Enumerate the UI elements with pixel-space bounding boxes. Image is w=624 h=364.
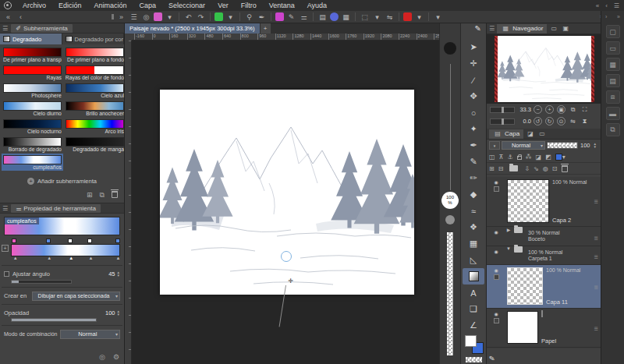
gradient-stop[interactable]: [115, 239, 120, 243]
add-subtool-button[interactable]: + Añadir subherramienta: [0, 175, 124, 186]
new-raster-layer-icon[interactable]: ⊞: [489, 165, 495, 172]
chevron-down-icon[interactable]: ▾: [372, 12, 382, 22]
gradient-item[interactable]: Rayas del color de fondo: [64, 64, 126, 81]
fit-window-button[interactable]: ⛶: [580, 105, 589, 114]
visibility-eye-icon[interactable]: ◉: [494, 179, 498, 185]
redo-icon[interactable]: ↷: [196, 12, 206, 22]
delete-subtool-icon[interactable]: [112, 191, 118, 198]
layer-opacity-value[interactable]: 100: [580, 142, 590, 149]
flip-horizontal-button[interactable]: ⇋: [569, 117, 577, 125]
gradient-item[interactable]: Degradado de manga: [64, 136, 126, 153]
layer-thumbnail[interactable]: [507, 267, 543, 305]
gradient-item[interactable]: Cielo azul: [64, 82, 126, 99]
angle-stepper[interactable]: ▲▼: [117, 271, 120, 277]
eyedropper-tool[interactable]: ✒: [461, 137, 486, 154]
zoom-slider[interactable]: [490, 107, 515, 113]
new-subtool-icon[interactable]: ⊞: [87, 191, 93, 200]
palette-color-dropdown[interactable]: ▾: [489, 141, 500, 150]
layer-row[interactable]: ◉▶30 % NormalBoceto☰: [487, 227, 601, 246]
panel-expand-icon[interactable]: »: [617, 14, 620, 19]
layer-thumbnail[interactable]: [507, 311, 538, 344]
eraser-tool[interactable]: ◆: [461, 186, 486, 203]
selection-icon[interactable]: ⬚: [360, 12, 370, 22]
gradient-item[interactable]: Rayas: [2, 64, 63, 81]
clip-studio-open-icon[interactable]: ◎: [141, 12, 151, 22]
chevron-down-icon[interactable]: ▾: [414, 12, 424, 22]
anchor-icon[interactable]: ⚓: [507, 154, 512, 161]
tab-animation-icon[interactable]: ▭: [537, 130, 547, 137]
gradient-item[interactable]: De primer plano a transp: [2, 46, 63, 63]
ruler-icon[interactable]: ◩: [545, 154, 551, 161]
fill-tool[interactable]: ❖: [461, 219, 486, 235]
folder-arrow-icon[interactable]: ▶: [505, 227, 512, 246]
layer-checkbox[interactable]: [494, 318, 499, 323]
zoom-in-button[interactable]: +: [545, 105, 554, 114]
scroll-left-icon[interactable]: ‹: [16, 12, 26, 22]
menu-ayuda[interactable]: Ayuda: [301, 0, 333, 11]
gradient-stop[interactable]: [87, 239, 92, 243]
gradient-tool[interactable]: [463, 268, 484, 284]
new-document-tab-button[interactable]: +: [261, 23, 271, 34]
gradient-editor[interactable]: + ▲▲▲▲▲: [11, 239, 120, 262]
line-tool[interactable]: ∕: [461, 72, 486, 88]
subtool-detail-icon[interactable]: ⚙: [113, 353, 119, 361]
pencil-tool[interactable]: ✏: [461, 170, 486, 186]
grid-icon[interactable]: ▦: [341, 12, 351, 22]
rotation-slider[interactable]: [490, 118, 515, 125]
visibility-eye-icon[interactable]: ◉: [494, 311, 498, 316]
gradient-stop[interactable]: [68, 239, 73, 243]
canvas[interactable]: [160, 90, 414, 295]
layer-row[interactable]: ◉100 % NormalCapa 11☰: [487, 265, 601, 309]
lock-transparent-pixels-icon[interactable]: ⊼: [499, 154, 504, 161]
rotate-swatch-icon[interactable]: [275, 12, 284, 21]
transparent-color-swatch[interactable]: [466, 357, 482, 362]
material-palette-icon[interactable]: ⧉: [606, 123, 620, 136]
opacity-strip[interactable]: [447, 232, 453, 355]
create-in-dropdown[interactable]: Dibujar en capa seleccionada: [32, 292, 120, 301]
transform-tool[interactable]: ✥: [461, 88, 486, 104]
toolbar-slider[interactable]: [28, 13, 114, 20]
lasso-tool[interactable]: ○: [461, 104, 486, 121]
opacity-slider-knob[interactable]: [445, 215, 455, 224]
tab-navigator[interactable]: ▦ Navegador: [497, 24, 547, 34]
opacity-slider[interactable]: [11, 318, 97, 322]
angle-slider[interactable]: [11, 280, 72, 284]
visibility-eye-icon[interactable]: ◉: [494, 229, 498, 235]
visibility-eye-icon[interactable]: ◉: [494, 267, 498, 273]
gradient-item[interactable]: Borrado de degradado: [2, 136, 63, 153]
subtool-tab-0[interactable]: Degradado: [0, 34, 62, 44]
tab-information-icon[interactable]: ▣: [561, 25, 570, 32]
main-menu-icon[interactable]: ☰: [129, 12, 139, 22]
chevron-down-icon[interactable]: ▾: [433, 12, 443, 22]
tab-layer[interactable]: ▤ Capa: [489, 129, 523, 139]
subtool-tab-1[interactable]: Degradado por cont: [62, 34, 125, 44]
reference-layer-icon[interactable]: ⁂: [526, 154, 532, 161]
enable-mask-icon[interactable]: ◪: [536, 154, 542, 161]
layer-search-palette-icon[interactable]: ⧈: [606, 90, 620, 104]
add-stop-button[interactable]: +: [2, 245, 9, 252]
scroll-right-icon[interactable]: »: [116, 12, 126, 22]
combine-down-icon[interactable]: ⇘: [534, 165, 539, 172]
gradient-item[interactable]: Arco iris: [64, 118, 126, 135]
opacity-value[interactable]: 100: [105, 309, 115, 316]
menu-animación[interactable]: Animación: [88, 0, 133, 11]
opacity-stepper[interactable]: ▲▼: [117, 310, 120, 316]
record-swatch-icon[interactable]: [403, 12, 412, 21]
gradient-item[interactable]: Photosphere: [2, 82, 63, 99]
adjust-angle-checkbox[interactable]: [4, 271, 9, 277]
lock-layer-icon[interactable]: [517, 156, 522, 160]
frame-tool[interactable]: ▦: [461, 235, 486, 252]
visibility-eye-icon[interactable]: ◉: [494, 249, 498, 254]
subview-palette-icon[interactable]: ▭: [606, 41, 620, 55]
layer-opacity-stepper[interactable]: ▲▼: [594, 143, 597, 149]
tab-subview-icon[interactable]: ▭: [549, 25, 558, 32]
brush-size-slider[interactable]: [450, 64, 451, 190]
collapse-left-icon[interactable]: «: [3, 12, 13, 22]
mask-fill-icon[interactable]: ◍: [543, 165, 548, 172]
document-tab[interactable]: Paisaje nevado * (2500 x 1945px 300dpi 3…: [125, 23, 260, 34]
layer-row[interactable]: ◉100 % NormalCapa 2☰: [487, 177, 601, 227]
gradient-item[interactable]: Brillo anochecer: [64, 100, 126, 117]
reset-rotation-button[interactable]: ⊙: [557, 117, 566, 125]
layer-color-icon[interactable]: ▾: [555, 154, 566, 161]
menu-icon[interactable]: ☰: [614, 2, 619, 9]
